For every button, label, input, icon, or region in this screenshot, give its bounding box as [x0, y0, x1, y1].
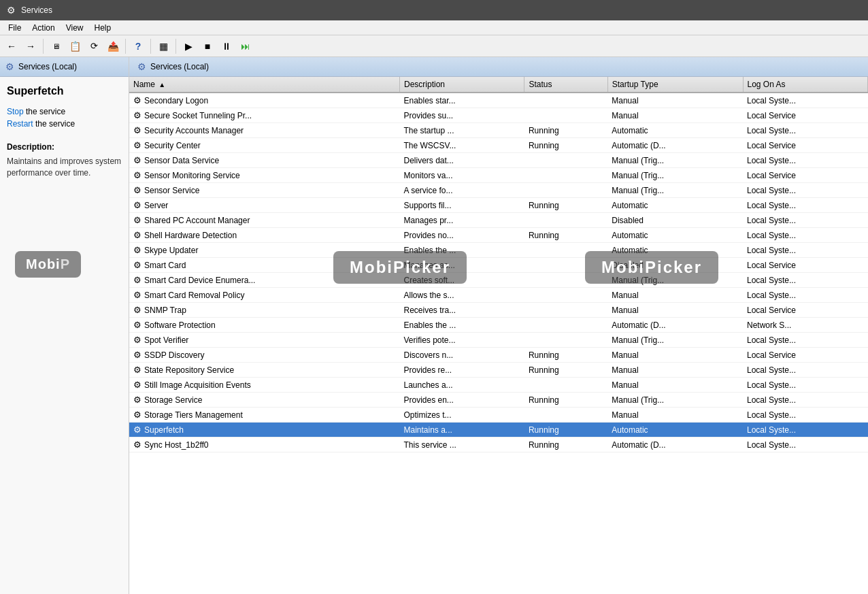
table-row[interactable]: ⚙Shared PC Account ManagerManages pr...D…	[129, 213, 868, 228]
back-btn[interactable]: ←	[3, 37, 20, 55]
stop-link[interactable]: Stop	[7, 107, 24, 116]
table-row[interactable]: ⚙Spot VerifierVerifies pote...Manual (Tr…	[129, 333, 868, 348]
table-row[interactable]: ⚙ServerSupports fil...RunningAutomaticLo…	[129, 198, 868, 213]
menu-help[interactable]: Help	[89, 22, 117, 34]
menu-action[interactable]: Action	[27, 22, 60, 34]
service-description: Supports fil...	[400, 198, 524, 213]
service-name: ⚙Security Center	[129, 138, 400, 153]
table-row[interactable]: ⚙Smart Card Device Enumera...Creates sof…	[129, 273, 868, 288]
table-row[interactable]: ⚙Sync Host_1b2ff0This service ...Running…	[129, 438, 868, 452]
table-row[interactable]: ⚙Still Image Acquisition EventsLaunches …	[129, 378, 868, 393]
col-header-description[interactable]: Description	[400, 77, 524, 93]
table-row[interactable]: ⚙Secondary LogonEnables star...ManualLoc…	[129, 93, 868, 108]
service-name: ⚙SNMP Trap	[129, 303, 400, 318]
restart-link[interactable]: Restart	[7, 119, 33, 129]
col-header-startup[interactable]: Startup Type	[607, 77, 743, 93]
view-btn[interactable]: ▦	[154, 37, 172, 55]
service-icon: ⚙	[133, 350, 141, 360]
left-panel-title: Services (Local)	[18, 62, 77, 71]
table-row[interactable]: ⚙Security Accounts ManagerThe startup ..…	[129, 123, 868, 138]
service-name: ⚙State Repository Service	[129, 363, 400, 378]
service-status	[524, 303, 607, 318]
service-logon: Local Syste...	[743, 333, 868, 348]
right-panel-header: ⚙ Services (Local)	[129, 57, 868, 77]
toolbar-sep-1	[43, 39, 44, 54]
service-description: Provides en...	[400, 393, 524, 408]
table-row[interactable]: ⚙Shell Hardware DetectionProvides no...R…	[129, 228, 868, 243]
forward-btn[interactable]: →	[22, 37, 39, 55]
service-logon: Local Syste...	[743, 378, 868, 393]
service-startup-type: Manual (Trig...	[607, 168, 743, 183]
description-text: Maintains and improves system performanc…	[7, 156, 122, 179]
service-description: Monitors va...	[400, 168, 524, 183]
resume-btn[interactable]: ⏭	[237, 37, 254, 55]
service-startup-type: Manual (Trig...	[607, 153, 743, 168]
title-bar: ⚙ Services	[0, 0, 868, 20]
service-description: Manages pr...	[400, 213, 524, 228]
col-header-logon[interactable]: Log On As	[743, 77, 868, 93]
service-icon: ⚙	[133, 245, 141, 255]
menu-view[interactable]: View	[61, 22, 89, 34]
toolbar: ← → 🖥 📋 ⟳ 📤 ? ▦ ▶ ■ ⏸ ⏭	[0, 35, 868, 57]
copy-btn[interactable]: 📋	[66, 37, 84, 55]
table-row[interactable]: ⚙SSDP DiscoveryDiscovers n...RunningManu…	[129, 348, 868, 363]
service-name: ⚙Sensor Data Service	[129, 153, 400, 168]
table-row[interactable]: ⚙State Repository ServiceProvides re...R…	[129, 363, 868, 378]
table-row[interactable]: ⚙Smart Card Removal PolicyAllows the s..…	[129, 288, 868, 303]
play-btn[interactable]: ▶	[180, 37, 197, 55]
export-btn[interactable]: 📤	[104, 37, 122, 55]
service-startup-type: Manual (Trig...	[607, 273, 743, 288]
left-panel-content: Superfetch Stop the service Restart the …	[0, 77, 129, 594]
service-icon: ⚙	[133, 320, 141, 330]
col-header-status[interactable]: Status	[524, 77, 607, 93]
service-icon: ⚙	[133, 185, 141, 195]
service-status: Running	[524, 228, 607, 243]
help-btn[interactable]: ?	[129, 37, 147, 55]
table-row[interactable]: ⚙Storage ServiceProvides en...RunningMan…	[129, 393, 868, 408]
service-startup-type: Automatic	[607, 243, 743, 258]
service-name: ⚙Software Protection	[129, 318, 400, 333]
service-name: ⚙Smart Card	[129, 258, 400, 273]
table-row[interactable]: ⚙Sensor Monitoring ServiceMonitors va...…	[129, 168, 868, 183]
table-row[interactable]: ⚙Smart CardManages ac...DisabledLocal Se…	[129, 258, 868, 273]
service-startup-type: Disabled	[607, 258, 743, 273]
service-status	[524, 213, 607, 228]
menu-file[interactable]: File	[3, 22, 27, 34]
table-row[interactable]: ⚙SNMP TrapReceives tra...ManualLocal Ser…	[129, 303, 868, 318]
service-logon: Local Syste...	[743, 213, 868, 228]
service-status	[524, 243, 607, 258]
services-table[interactable]: Name ▲ Description Status Startup Type L…	[129, 77, 868, 594]
refresh-btn[interactable]: ⟳	[85, 37, 103, 55]
service-description: Manages ac...	[400, 258, 524, 273]
service-name: ⚙Secondary Logon	[129, 93, 400, 108]
service-description: Creates soft...	[400, 273, 524, 288]
table-row[interactable]: ⚙Sensor Data ServiceDelivers dat...Manua…	[129, 153, 868, 168]
service-icon: ⚙	[133, 200, 141, 210]
service-name: ⚙Still Image Acquisition Events	[129, 378, 400, 393]
table-row[interactable]: ⚙Secure Socket Tunneling Pr...Provides s…	[129, 108, 868, 123]
service-icon: ⚙	[133, 305, 141, 315]
sort-arrow: ▲	[158, 81, 165, 88]
service-status	[524, 318, 607, 333]
service-logon: Local Service	[743, 258, 868, 273]
table-row[interactable]: ⚙Software ProtectionEnables the ...Autom…	[129, 318, 868, 333]
pause-btn[interactable]: ⏸	[218, 37, 235, 55]
table-row[interactable]: ⚙Skype UpdaterEnables the ...AutomaticLo…	[129, 243, 868, 258]
toolbar-sep-4	[176, 39, 176, 54]
stop-btn[interactable]: ■	[199, 37, 216, 55]
show-console-btn[interactable]: 🖥	[47, 37, 65, 55]
service-status	[524, 258, 607, 273]
service-description: Verifies pote...	[400, 333, 524, 348]
service-status: Running	[524, 198, 607, 213]
table-row[interactable]: ⚙Security CenterThe WSCSV...RunningAutom…	[129, 138, 868, 153]
table-row[interactable]: ⚙SuperfetchMaintains a...RunningAutomati…	[129, 423, 868, 438]
table-row[interactable]: ⚙Sensor ServiceA service fo...Manual (Tr…	[129, 183, 868, 198]
service-status: Running	[524, 138, 607, 153]
service-name: ⚙Shared PC Account Manager	[129, 213, 400, 228]
service-description: Enables star...	[400, 93, 524, 108]
service-icon: ⚙	[133, 425, 141, 435]
service-logon: Local Service	[743, 138, 868, 153]
col-header-name[interactable]: Name ▲	[129, 77, 400, 93]
service-icon: ⚙	[133, 155, 141, 165]
table-row[interactable]: ⚙Storage Tiers ManagementOptimizes t...M…	[129, 408, 868, 423]
